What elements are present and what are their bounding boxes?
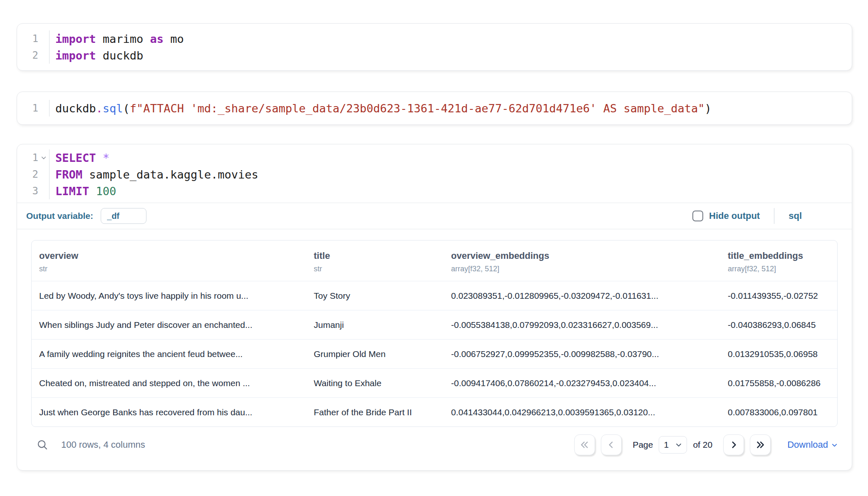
cell-overview-embeddings: 0.023089351,-0.012809965,-0.03209472,-0.… bbox=[444, 281, 721, 310]
table-row: Just when George Banks has recovered fro… bbox=[32, 397, 837, 427]
cell-overview: Cheated on, mistreated and stepped on, t… bbox=[32, 369, 307, 397]
dataframe-table: overview str title str overview_embeddin… bbox=[31, 240, 838, 427]
cell-overview: Led by Woody, Andy's toys live happily i… bbox=[32, 281, 307, 310]
divider bbox=[774, 208, 774, 224]
chevron-down-icon bbox=[675, 441, 682, 448]
page-label: Page bbox=[632, 440, 653, 450]
chevrons-left-icon bbox=[579, 439, 590, 450]
fold-toggle[interactable] bbox=[38, 149, 49, 166]
cell-overview: When siblings Judy and Peter discover an… bbox=[32, 310, 307, 339]
cell-title: Toy Story bbox=[307, 281, 444, 310]
sql-options-row: Output variable: Hide output sql bbox=[17, 203, 852, 229]
cell-title-embeddings: 0.01755858,-0.0086286 bbox=[721, 369, 837, 397]
column-header-overview[interactable]: overview str bbox=[32, 241, 307, 281]
code-text[interactable]: import marimo as mo bbox=[50, 32, 184, 45]
cell-overview-embeddings: -0.006752927,0.099952355,-0.009982588,-0… bbox=[444, 340, 721, 368]
page-total-label: of 20 bbox=[693, 440, 712, 450]
download-button[interactable]: Download bbox=[787, 439, 838, 450]
code-line: 2 FROM sample_data.kaggle.movies bbox=[17, 166, 852, 183]
cell-title: Grumpier Old Men bbox=[307, 340, 444, 368]
sql-cell: 1 SELECT * 2 FROM sample_data.kaggle.mov… bbox=[17, 144, 852, 471]
page-number-value: 1 bbox=[664, 440, 669, 450]
chevron-down-icon bbox=[831, 442, 838, 448]
code-line: 2 import duckdb bbox=[17, 47, 852, 64]
chevron-down-icon bbox=[41, 155, 47, 161]
code-text[interactable]: LIMIT 100 bbox=[50, 185, 116, 198]
cell-title: Father of the Bride Part II bbox=[307, 398, 444, 427]
page-number-select[interactable]: 1 bbox=[659, 436, 687, 454]
line-number: 1 bbox=[32, 102, 38, 114]
code-text[interactable]: duckdb.sql(f"ATTACH 'md:_share/sample_da… bbox=[50, 102, 712, 115]
language-badge[interactable]: sql bbox=[789, 211, 802, 221]
line-gutter: 3 bbox=[17, 183, 50, 199]
column-header-overview-embeddings[interactable]: overview_embeddings array[f32, 512] bbox=[444, 241, 721, 281]
table-row: A family wedding reignites the ancient f… bbox=[32, 339, 837, 368]
code-line: 3 LIMIT 100 bbox=[17, 183, 852, 199]
column-header-title-embeddings[interactable]: title_embeddings array[f32, 512] bbox=[721, 241, 837, 281]
code-line: 1 duckdb.sql(f"ATTACH 'md:_share/sample_… bbox=[17, 100, 852, 117]
cell-overview: Just when George Banks has recovered fro… bbox=[32, 398, 307, 427]
search-button[interactable] bbox=[36, 439, 49, 451]
code-text[interactable]: import duckdb bbox=[50, 49, 143, 62]
search-icon bbox=[36, 439, 49, 451]
code-cell-attach: 1 duckdb.sql(f"ATTACH 'md:_share/sample_… bbox=[17, 92, 852, 125]
code-text[interactable]: FROM sample_data.kaggle.movies bbox=[50, 168, 258, 181]
row-count-summary: 100 rows, 4 columns bbox=[61, 439, 145, 450]
output-variable-label: Output variable: bbox=[26, 211, 93, 221]
line-gutter: 1 bbox=[17, 149, 50, 166]
table-footer: 100 rows, 4 columns bbox=[31, 431, 838, 459]
cell-overview: A family wedding reignites the ancient f… bbox=[32, 340, 307, 368]
cell-output: overview str title str overview_embeddin… bbox=[17, 229, 852, 459]
line-gutter: 1 bbox=[17, 30, 50, 47]
cell-title-embeddings: 0.007833006,0.097801 bbox=[721, 398, 837, 427]
line-number: 2 bbox=[32, 50, 38, 61]
output-variable-input[interactable] bbox=[101, 208, 146, 224]
cell-overview-embeddings: -0.009417406,0.07860214,-0.023279453,0.0… bbox=[444, 369, 721, 397]
table-row: Cheated on, mistreated and stepped on, t… bbox=[32, 368, 837, 397]
next-page-button[interactable] bbox=[723, 434, 744, 455]
cell-title: Waiting to Exhale bbox=[307, 369, 444, 397]
code-text[interactable]: SELECT * bbox=[50, 151, 109, 164]
previous-page-button[interactable] bbox=[601, 434, 622, 455]
line-number: 1 bbox=[32, 33, 38, 45]
chevron-right-icon bbox=[728, 439, 739, 450]
line-number: 1 bbox=[32, 152, 38, 164]
cell-title-embeddings: 0.0132910535,0.06958 bbox=[721, 340, 837, 368]
table-header-row: overview str title str overview_embeddin… bbox=[32, 241, 837, 281]
table-row: Led by Woody, Andy's toys live happily i… bbox=[32, 281, 837, 310]
code-line: 1 SELECT * bbox=[17, 149, 852, 166]
code-cell-imports: 1 import marimo as mo 2 import duckdb bbox=[17, 23, 852, 71]
cell-title-embeddings: -0.040386293,0.06845 bbox=[721, 310, 837, 339]
cell-overview-embeddings: -0.0055384138,0.07992093,0.023316627,0.0… bbox=[444, 310, 721, 339]
cell-title-embeddings: -0.011439355,-0.02752 bbox=[721, 281, 837, 310]
table-row: When siblings Judy and Peter discover an… bbox=[32, 310, 837, 339]
code-line: 1 import marimo as mo bbox=[17, 30, 852, 47]
hide-output-label[interactable]: Hide output bbox=[709, 211, 760, 221]
chevron-left-icon bbox=[606, 439, 617, 450]
sql-code-editor: 1 SELECT * 2 FROM sample_data.kaggle.mov… bbox=[17, 144, 852, 203]
line-gutter: 2 bbox=[17, 166, 50, 183]
last-page-button[interactable] bbox=[750, 434, 771, 455]
download-label: Download bbox=[787, 439, 828, 450]
line-gutter: 1 bbox=[17, 100, 50, 117]
line-gutter: 2 bbox=[17, 47, 50, 64]
hide-output-checkbox[interactable] bbox=[692, 211, 703, 221]
first-page-button[interactable] bbox=[574, 434, 595, 455]
line-number: 3 bbox=[32, 185, 38, 197]
cell-overview-embeddings: 0.041433044,0.042966213,0.0039591365,0.0… bbox=[444, 398, 721, 427]
chevrons-right-icon bbox=[755, 439, 766, 450]
line-number: 2 bbox=[32, 169, 38, 180]
column-header-title[interactable]: title str bbox=[307, 241, 444, 281]
cell-title: Jumanji bbox=[307, 310, 444, 339]
